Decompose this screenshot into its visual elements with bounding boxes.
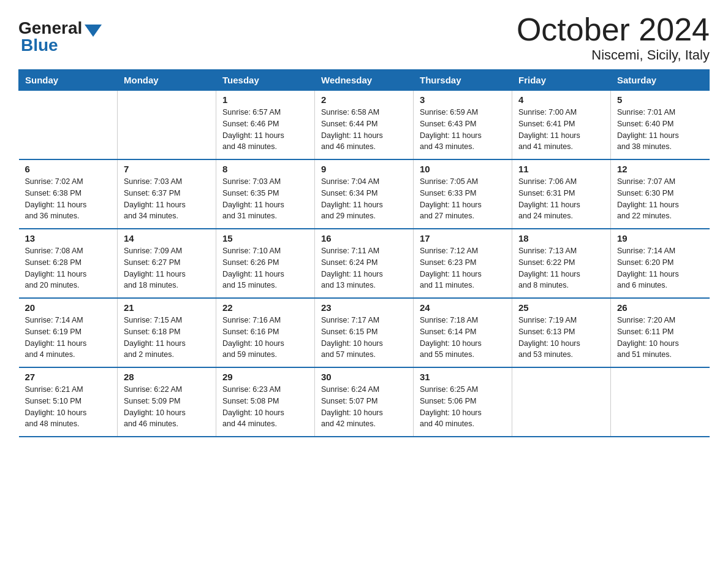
- calendar-week-row: 13Sunrise: 7:08 AMSunset: 6:28 PMDayligh…: [19, 229, 710, 298]
- day-number: 10: [420, 164, 506, 174]
- day-info: Sunrise: 6:22 AMSunset: 5:09 PMDaylight:…: [124, 384, 210, 430]
- calendar-day-cell: [512, 367, 611, 437]
- calendar-day-cell: 27Sunrise: 6:21 AMSunset: 5:10 PMDayligh…: [19, 367, 118, 437]
- day-number: 13: [25, 233, 112, 243]
- day-info: Sunrise: 7:06 AMSunset: 6:31 PMDaylight:…: [518, 176, 604, 222]
- day-info: Sunrise: 6:24 AMSunset: 5:07 PMDaylight:…: [321, 384, 407, 430]
- calendar-day-cell: 1Sunrise: 6:57 AMSunset: 6:46 PMDaylight…: [216, 91, 315, 160]
- calendar-week-row: 27Sunrise: 6:21 AMSunset: 5:10 PMDayligh…: [19, 367, 710, 437]
- day-info: Sunrise: 7:18 AMSunset: 6:14 PMDaylight:…: [420, 315, 506, 361]
- calendar-day-cell: 21Sunrise: 7:15 AMSunset: 6:18 PMDayligh…: [118, 298, 216, 367]
- calendar-day-cell: 7Sunrise: 7:03 AMSunset: 6:37 PMDaylight…: [118, 159, 216, 229]
- calendar-day-cell: 15Sunrise: 7:10 AMSunset: 6:26 PMDayligh…: [216, 229, 315, 298]
- day-info: Sunrise: 7:16 AMSunset: 6:16 PMDaylight:…: [222, 315, 308, 361]
- day-info: Sunrise: 7:04 AMSunset: 6:34 PMDaylight:…: [321, 176, 407, 222]
- day-info: Sunrise: 7:11 AMSunset: 6:24 PMDaylight:…: [321, 245, 407, 291]
- day-number: 14: [124, 233, 210, 243]
- day-info: Sunrise: 6:21 AMSunset: 5:10 PMDaylight:…: [25, 384, 112, 430]
- day-number: 20: [25, 302, 112, 313]
- calendar-day-cell: 26Sunrise: 7:20 AMSunset: 6:11 PMDayligh…: [611, 298, 710, 367]
- calendar-header-row: SundayMondayTuesdayWednesdayThursdayFrid…: [19, 70, 710, 91]
- calendar-day-cell: 28Sunrise: 6:22 AMSunset: 5:09 PMDayligh…: [118, 367, 216, 437]
- day-info: Sunrise: 7:00 AMSunset: 6:41 PMDaylight:…: [518, 107, 604, 153]
- day-info: Sunrise: 6:59 AMSunset: 6:43 PMDaylight:…: [420, 107, 506, 153]
- logo-blue-text: Blue: [21, 36, 58, 55]
- day-info: Sunrise: 6:57 AMSunset: 6:46 PMDaylight:…: [222, 107, 308, 153]
- day-number: 26: [617, 302, 703, 313]
- calendar-day-cell: 4Sunrise: 7:00 AMSunset: 6:41 PMDaylight…: [512, 91, 611, 160]
- calendar-week-row: 20Sunrise: 7:14 AMSunset: 6:19 PMDayligh…: [19, 298, 710, 367]
- calendar-day-cell: 29Sunrise: 6:23 AMSunset: 5:08 PMDayligh…: [216, 367, 315, 437]
- day-info: Sunrise: 7:20 AMSunset: 6:11 PMDaylight:…: [617, 315, 703, 361]
- calendar-day-cell: 3Sunrise: 6:59 AMSunset: 6:43 PMDaylight…: [414, 91, 512, 160]
- calendar-day-header: Wednesday: [315, 70, 414, 91]
- day-number: 5: [617, 94, 703, 105]
- calendar-day-cell: 20Sunrise: 7:14 AMSunset: 6:19 PMDayligh…: [19, 298, 118, 367]
- day-info: Sunrise: 7:07 AMSunset: 6:30 PMDaylight:…: [617, 176, 703, 222]
- calendar-day-cell: [611, 367, 710, 437]
- day-info: Sunrise: 7:14 AMSunset: 6:19 PMDaylight:…: [25, 315, 112, 361]
- day-number: 31: [420, 372, 506, 382]
- location-title: Niscemi, Sicily, Italy: [517, 47, 710, 63]
- day-info: Sunrise: 7:03 AMSunset: 6:37 PMDaylight:…: [124, 176, 210, 222]
- calendar-day-cell: 16Sunrise: 7:11 AMSunset: 6:24 PMDayligh…: [315, 229, 414, 298]
- day-info: Sunrise: 7:17 AMSunset: 6:15 PMDaylight:…: [321, 315, 407, 361]
- day-number: 25: [518, 302, 604, 313]
- day-info: Sunrise: 7:05 AMSunset: 6:33 PMDaylight:…: [420, 176, 506, 222]
- calendar-day-cell: 19Sunrise: 7:14 AMSunset: 6:20 PMDayligh…: [611, 229, 710, 298]
- logo: General Blue: [18, 18, 102, 55]
- calendar-day-header: Thursday: [414, 70, 512, 91]
- day-info: Sunrise: 7:02 AMSunset: 6:38 PMDaylight:…: [25, 176, 112, 222]
- day-number: 12: [617, 164, 703, 174]
- calendar-day-cell: 8Sunrise: 7:03 AMSunset: 6:35 PMDaylight…: [216, 159, 315, 229]
- calendar-day-cell: 10Sunrise: 7:05 AMSunset: 6:33 PMDayligh…: [414, 159, 512, 229]
- logo-arrow-icon: [85, 25, 102, 37]
- day-number: 21: [124, 302, 210, 313]
- calendar-day-cell: 6Sunrise: 7:02 AMSunset: 6:38 PMDaylight…: [19, 159, 118, 229]
- day-info: Sunrise: 7:14 AMSunset: 6:20 PMDaylight:…: [617, 245, 703, 291]
- day-info: Sunrise: 7:19 AMSunset: 6:13 PMDaylight:…: [518, 315, 604, 361]
- day-info: Sunrise: 6:25 AMSunset: 5:06 PMDaylight:…: [420, 384, 506, 430]
- day-number: 15: [222, 233, 308, 243]
- day-info: Sunrise: 7:12 AMSunset: 6:23 PMDaylight:…: [420, 245, 506, 291]
- calendar-day-cell: 12Sunrise: 7:07 AMSunset: 6:30 PMDayligh…: [611, 159, 710, 229]
- calendar-day-cell: [19, 91, 118, 160]
- day-number: 16: [321, 233, 407, 243]
- calendar-day-cell: 13Sunrise: 7:08 AMSunset: 6:28 PMDayligh…: [19, 229, 118, 298]
- calendar-day-cell: 5Sunrise: 7:01 AMSunset: 6:40 PMDaylight…: [611, 91, 710, 160]
- day-number: 8: [222, 164, 308, 174]
- calendar-week-row: 6Sunrise: 7:02 AMSunset: 6:38 PMDaylight…: [19, 159, 710, 229]
- calendar-day-cell: 18Sunrise: 7:13 AMSunset: 6:22 PMDayligh…: [512, 229, 611, 298]
- day-info: Sunrise: 6:23 AMSunset: 5:08 PMDaylight:…: [222, 384, 308, 430]
- calendar-day-cell: 24Sunrise: 7:18 AMSunset: 6:14 PMDayligh…: [414, 298, 512, 367]
- day-number: 17: [420, 233, 506, 243]
- day-info: Sunrise: 7:01 AMSunset: 6:40 PMDaylight:…: [617, 107, 703, 153]
- day-number: 6: [25, 164, 112, 174]
- calendar-day-header: Monday: [118, 70, 216, 91]
- day-number: 11: [518, 164, 604, 174]
- calendar-day-header: Sunday: [19, 70, 118, 91]
- title-area: October 2024 Niscemi, Sicily, Italy: [517, 12, 710, 63]
- calendar-day-cell: 2Sunrise: 6:58 AMSunset: 6:44 PMDaylight…: [315, 91, 414, 160]
- day-number: 22: [222, 302, 308, 313]
- day-info: Sunrise: 7:13 AMSunset: 6:22 PMDaylight:…: [518, 245, 604, 291]
- calendar-day-header: Saturday: [611, 70, 710, 91]
- day-info: Sunrise: 7:15 AMSunset: 6:18 PMDaylight:…: [124, 315, 210, 361]
- calendar-week-row: 1Sunrise: 6:57 AMSunset: 6:46 PMDaylight…: [19, 91, 710, 160]
- calendar-day-cell: 11Sunrise: 7:06 AMSunset: 6:31 PMDayligh…: [512, 159, 611, 229]
- calendar-table: SundayMondayTuesdayWednesdayThursdayFrid…: [18, 69, 710, 437]
- calendar-day-cell: 17Sunrise: 7:12 AMSunset: 6:23 PMDayligh…: [414, 229, 512, 298]
- calendar-day-header: Tuesday: [216, 70, 315, 91]
- day-number: 9: [321, 164, 407, 174]
- calendar-day-cell: [118, 91, 216, 160]
- day-number: 29: [222, 372, 308, 382]
- day-number: 3: [420, 94, 506, 105]
- calendar-day-cell: 9Sunrise: 7:04 AMSunset: 6:34 PMDaylight…: [315, 159, 414, 229]
- day-number: 27: [25, 372, 112, 382]
- day-info: Sunrise: 6:58 AMSunset: 6:44 PMDaylight:…: [321, 107, 407, 153]
- calendar-day-cell: 25Sunrise: 7:19 AMSunset: 6:13 PMDayligh…: [512, 298, 611, 367]
- page-header: General Blue October 2024 Niscemi, Sicil…: [18, 12, 710, 63]
- day-number: 23: [321, 302, 407, 313]
- calendar-day-cell: 14Sunrise: 7:09 AMSunset: 6:27 PMDayligh…: [118, 229, 216, 298]
- day-number: 7: [124, 164, 210, 174]
